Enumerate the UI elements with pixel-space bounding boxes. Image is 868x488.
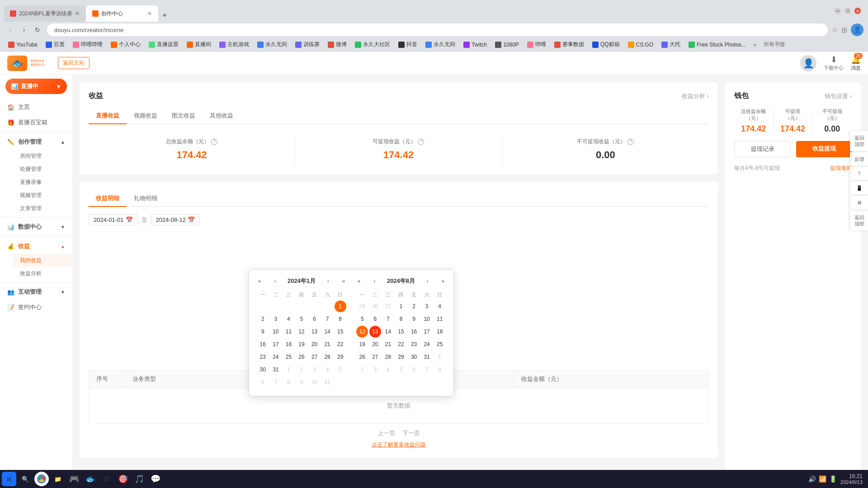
cal-day-r-22[interactable]: 22 [395, 338, 407, 350]
bookmark-yongjiu1[interactable]: 永久无间 [254, 40, 291, 49]
wallet-rule-link[interactable]: 提现规则 [830, 164, 852, 172]
taskbar-app5[interactable]: 🎵 [132, 472, 146, 486]
date-start-input[interactable]: 2024-01-01 📅 [89, 214, 138, 225]
tab-close-creator[interactable]: ✕ [147, 10, 152, 17]
cal-day-l-n4[interactable]: 4 [321, 364, 333, 375]
extensions-button[interactable]: ⊞ [841, 26, 847, 34]
cal-day-r-p31[interactable]: 31 [382, 300, 394, 312]
cal-day-l-27[interactable]: 27 [309, 351, 321, 363]
cal-left-prev-prev[interactable]: « [256, 277, 263, 285]
cal-day-l-21[interactable]: 21 [321, 338, 333, 350]
all-bookmarks[interactable]: 所有书签 [760, 40, 789, 49]
bookmark-training[interactable]: 训练赛 [292, 40, 323, 49]
cal-day-r-21[interactable]: 21 [382, 338, 394, 350]
date-end-input[interactable]: 2024-08-12 📅 [151, 214, 200, 225]
cal-day-r-17[interactable]: 17 [421, 326, 433, 338]
cal-day-r-29[interactable]: 29 [395, 351, 407, 363]
taskbar-search[interactable]: 🔍 [18, 472, 33, 486]
bookmark-qqmail[interactable]: QQ邮箱 [589, 40, 623, 49]
sidebar-section-income[interactable]: 💰 收益 ▲ [0, 239, 72, 254]
cal-day-r-11[interactable]: 11 [434, 313, 446, 325]
cal-day-r-8[interactable]: 8 [395, 313, 407, 325]
cal-right-next[interactable]: › [425, 277, 430, 285]
cal-day-r-2[interactable]: 2 [408, 300, 420, 312]
cal-day-l-8[interactable]: 8 [335, 313, 346, 325]
non-withdrawable-help-icon[interactable]: ? [627, 139, 634, 145]
cal-right-prev-prev[interactable]: « [356, 277, 362, 285]
cal-day-l-19[interactable]: 19 [296, 338, 307, 350]
taskbar-app6[interactable]: 💬 [148, 472, 163, 486]
cal-day-r-13[interactable]: 13 [369, 326, 381, 338]
cal-day-r-n8[interactable]: 8 [434, 364, 446, 375]
cal-day-r-n4[interactable]: 4 [382, 364, 394, 375]
start-button[interactable]: ⊞ [2, 472, 16, 486]
cal-day-r-28[interactable]: 28 [382, 351, 394, 363]
faq-link[interactable]: 点击了解更多收益问题 [89, 441, 709, 449]
float-back2[interactable]: 返回顶部 [850, 211, 868, 231]
cal-day-r-25[interactable]: 25 [434, 338, 446, 350]
live-status-button[interactable]: 📊 直播中 ▼ [5, 79, 67, 94]
address-bar-input[interactable]: douyu.com/creator/income [47, 23, 828, 36]
income-tab-video[interactable]: 视频收益 [127, 108, 165, 124]
back-button[interactable]: ‹ [5, 24, 16, 36]
cal-day-l-25[interactable]: 25 [283, 351, 294, 363]
cal-day-r-30[interactable]: 30 [408, 351, 420, 363]
sidebar-item-articles[interactable]: 文章管理 [13, 202, 72, 215]
tab-creator[interactable]: 创作中心 ✕ [86, 5, 158, 22]
cal-day-l-14[interactable]: 14 [321, 326, 333, 338]
cal-day-l-7[interactable]: 7 [321, 313, 333, 325]
cal-day-l-prev2[interactable] [270, 300, 282, 312]
cal-day-r-n2[interactable]: 2 [356, 364, 368, 375]
cal-day-l-18[interactable]: 18 [283, 338, 294, 350]
next-page-btn[interactable]: 下一页 [402, 429, 420, 437]
sidebar-section-creation[interactable]: ✏️ 创作管理 ▲ [0, 134, 72, 150]
cal-day-r-4[interactable]: 4 [434, 300, 446, 312]
cal-day-l-10[interactable]: 10 [270, 326, 282, 338]
cal-left-next-next[interactable]: » [340, 277, 347, 285]
total-help-icon[interactable]: ? [211, 139, 217, 145]
float-phone[interactable]: 📱 [850, 181, 868, 195]
cal-day-r-20[interactable]: 20 [369, 338, 381, 350]
withdraw-record-button[interactable]: 提现记录 [734, 141, 791, 157]
download-center[interactable]: ⬇ 下载中心 [824, 55, 844, 71]
bookmark-baidu[interactable]: 百度 [42, 40, 68, 49]
bookmark-1080p[interactable]: 1080P [491, 41, 523, 49]
tray-icon-3[interactable]: 🔋 [829, 475, 837, 483]
cal-day-r-24[interactable]: 24 [421, 338, 433, 350]
cal-day-r-6[interactable]: 6 [369, 313, 381, 325]
cal-day-l-4[interactable]: 4 [283, 313, 294, 325]
income-tab-article[interactable]: 图文收益 [165, 108, 203, 124]
cal-day-l-1[interactable]: 1 [335, 300, 346, 312]
cal-day-l-n12[interactable] [335, 376, 346, 388]
bookmark-esports[interactable]: 赛事数据 [551, 40, 588, 49]
cal-day-r-9[interactable]: 9 [408, 313, 420, 325]
cal-day-l-12[interactable]: 12 [296, 326, 307, 338]
message-center[interactable]: 🔔 26 消息 [851, 55, 861, 71]
withdraw-button[interactable]: 收益提现 [796, 141, 852, 157]
sidebar-item-my-income[interactable]: 我的收益 [13, 254, 72, 267]
cal-day-l-prev5[interactable] [309, 300, 321, 312]
cal-day-l-29[interactable]: 29 [335, 351, 346, 363]
cal-day-r-23[interactable]: 23 [408, 338, 420, 350]
cal-day-l-3[interactable]: 3 [270, 313, 282, 325]
tray-icon-2[interactable]: 📶 [819, 475, 826, 483]
bookmark-star[interactable]: ☆ [831, 26, 838, 34]
taskbar-app4[interactable]: 🎯 [116, 472, 130, 486]
bookmark-community[interactable]: 永久大社区 [351, 40, 394, 49]
sidebar-item-contract[interactable]: 📝 签约中心 [0, 300, 72, 315]
bookmark-yongjiu2[interactable]: 永久无间 [422, 40, 459, 49]
cal-day-l-28[interactable]: 28 [321, 351, 333, 363]
cal-day-l-31[interactable]: 31 [270, 364, 282, 375]
float-monitor[interactable]: 🖥 [850, 196, 868, 209]
cal-day-l-16[interactable]: 16 [257, 338, 269, 350]
sidebar-item-video-manage[interactable]: 视频管理 [13, 189, 72, 202]
bookmark-twitch[interactable]: Twitch [460, 41, 491, 49]
cal-day-r-n7[interactable]: 7 [421, 364, 433, 375]
sidebar-section-data[interactable]: 📊 数据中心 ▼ [0, 219, 72, 235]
cal-day-l-9[interactable]: 9 [257, 326, 269, 338]
cal-day-r-18[interactable]: 18 [434, 326, 446, 338]
cal-day-l-prev4[interactable] [296, 300, 307, 312]
reload-button[interactable]: ↻ [32, 24, 43, 36]
income-tab-live[interactable]: 直播收益 [89, 108, 127, 124]
return-home-button[interactable]: 返回主站 [58, 57, 90, 69]
